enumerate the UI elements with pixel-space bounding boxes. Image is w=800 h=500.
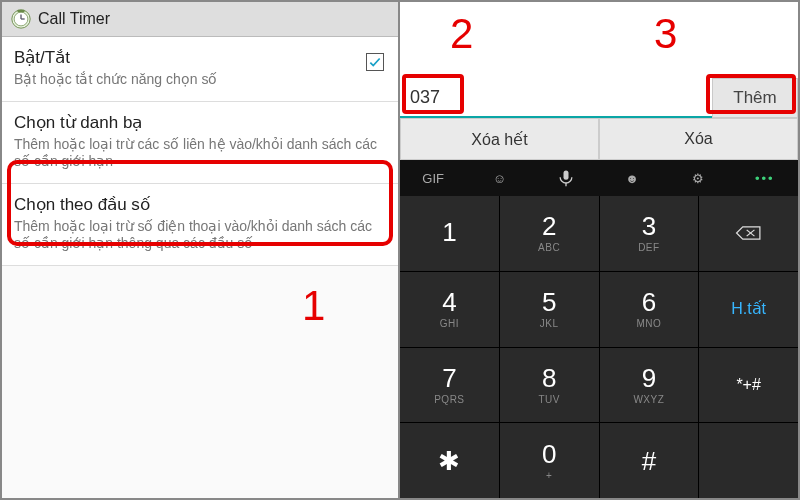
gif-icon[interactable]: GIF: [423, 168, 443, 188]
app-header: Call Timer: [2, 2, 398, 37]
list-item-sub: Thêm hoặc loại trừ các số liên hệ vào/kh…: [14, 136, 386, 171]
key-symbols[interactable]: *+#: [699, 348, 798, 423]
key-8[interactable]: 8TUV: [500, 348, 599, 423]
key-9[interactable]: 9WXYZ: [600, 348, 699, 423]
settings-list: Bật/Tắt Bật hoặc tắt chức năng chọn số C…: [2, 37, 398, 266]
key-backspace[interactable]: [699, 196, 798, 271]
list-item-title: Chọn từ danh bạ: [14, 112, 386, 133]
emoji-icon[interactable]: ☻: [622, 168, 642, 188]
key-1[interactable]: 1: [400, 196, 499, 271]
keyboard: GIF ☺ ☻ ⚙ ••• 1 2ABC 3DEF 4GHI 5JKL 6MNO…: [400, 160, 798, 498]
mic-icon[interactable]: [556, 168, 576, 188]
gear-icon[interactable]: ⚙: [688, 168, 708, 188]
key-5[interactable]: 5JKL: [500, 272, 599, 347]
list-item-sub: Bật hoặc tắt chức năng chọn số: [14, 71, 386, 89]
add-button[interactable]: Thêm: [712, 78, 798, 118]
annotation-number-1: 1: [302, 282, 325, 330]
list-item-sub: Thêm hoặc loại trừ số điện thoại vào/khỏ…: [14, 218, 386, 253]
key-2[interactable]: 2ABC: [500, 196, 599, 271]
list-item-toggle[interactable]: Bật/Tắt Bật hoặc tắt chức năng chọn số: [2, 37, 398, 102]
annotation-number-3: 3: [654, 10, 677, 58]
app-icon: [10, 8, 32, 30]
toggle-checkbox[interactable]: [366, 53, 384, 71]
keypad-grid: 1 2ABC 3DEF 4GHI 5JKL 6MNO H.tất 7PQRS 8…: [400, 196, 798, 498]
list-item-prefix[interactable]: Chọn theo đầu số Thêm hoặc loại trừ số đ…: [2, 184, 398, 266]
key-6[interactable]: 6MNO: [600, 272, 699, 347]
key-hash[interactable]: #: [600, 423, 699, 498]
right-panel: 2 3 Thêm Xóa hết Xóa GIF ☺ ☻ ⚙ ••• 1 2AB…: [400, 2, 798, 498]
annotation-number-2: 2: [450, 10, 473, 58]
key-3[interactable]: 3DEF: [600, 196, 699, 271]
svg-rect-4: [17, 10, 24, 12]
clear-all-button[interactable]: Xóa hết: [400, 118, 599, 160]
key-0[interactable]: 0+: [500, 423, 599, 498]
key-star[interactable]: ✱: [400, 423, 499, 498]
key-7[interactable]: 7PQRS: [400, 348, 499, 423]
key-empty: [699, 423, 798, 498]
prefix-input-row: Thêm: [400, 78, 798, 118]
keyboard-toolbar: GIF ☺ ☻ ⚙ •••: [400, 160, 798, 196]
key-done[interactable]: H.tất: [699, 272, 798, 347]
sticker-icon[interactable]: ☺: [489, 168, 509, 188]
clear-button[interactable]: Xóa: [599, 118, 798, 160]
top-spacer: 2 3: [400, 2, 798, 78]
key-4[interactable]: 4GHI: [400, 272, 499, 347]
more-icon[interactable]: •••: [755, 168, 775, 188]
list-item-title: Chọn theo đầu số: [14, 194, 386, 215]
clear-row: Xóa hết Xóa: [400, 118, 798, 160]
prefix-input[interactable]: [400, 78, 712, 118]
left-panel: Call Timer Bật/Tắt Bật hoặc tắt chức năn…: [2, 2, 400, 498]
list-item-contacts[interactable]: Chọn từ danh bạ Thêm hoặc loại trừ các s…: [2, 102, 398, 184]
svg-rect-5: [563, 171, 568, 180]
list-item-title: Bật/Tắt: [14, 47, 386, 68]
app-title: Call Timer: [38, 10, 110, 28]
